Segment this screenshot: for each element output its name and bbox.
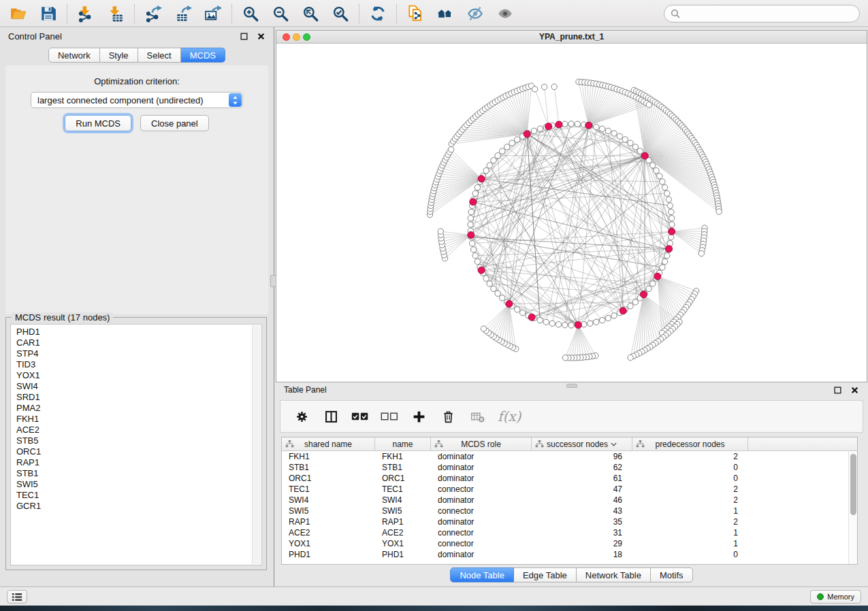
- network-node[interactable]: [628, 140, 633, 146]
- network-node[interactable]: [470, 247, 476, 252]
- network-node[interactable]: [509, 140, 515, 146]
- table-row[interactable]: PHD1PHD1dominator180: [282, 549, 857, 560]
- export-network-button[interactable]: [140, 3, 166, 24]
- network-node[interactable]: [660, 179, 665, 184]
- mcds-hub-node[interactable]: [666, 246, 673, 252]
- mcds-result-item[interactable]: PMA2: [11, 403, 261, 414]
- mcds-result-item[interactable]: SWI5: [11, 479, 261, 490]
- network-node[interactable]: [594, 124, 599, 129]
- network-node[interactable]: [632, 299, 638, 305]
- network-node[interactable]: [664, 253, 670, 259]
- clone-network-button[interactable]: [402, 3, 428, 24]
- search-input[interactable]: [680, 6, 859, 21]
- first-neighbors-button[interactable]: [432, 3, 458, 24]
- network-node[interactable]: [543, 319, 549, 325]
- network-node[interactable]: [666, 197, 671, 202]
- network-node[interactable]: [537, 126, 543, 131]
- export-image-button[interactable]: [200, 3, 226, 24]
- mcds-result-item[interactable]: YOX1: [11, 370, 261, 381]
- mcds-hub-node[interactable]: [478, 267, 485, 274]
- mcds-hub-node[interactable]: [585, 122, 592, 129]
- network-node[interactable]: [532, 86, 537, 92]
- network-node[interactable]: [514, 307, 519, 312]
- delete-column-button[interactable]: [439, 408, 457, 425]
- network-node[interactable]: [483, 276, 489, 281]
- mcds-hub-node[interactable]: [620, 308, 626, 314]
- mcds-hub-node[interactable]: [524, 131, 530, 137]
- network-node[interactable]: [656, 174, 662, 179]
- toggle-columns-button[interactable]: [322, 408, 340, 425]
- network-node[interactable]: [469, 241, 475, 246]
- tab-edge-table[interactable]: Edge Table: [514, 567, 577, 582]
- result-list-scrollbar[interactable]: [252, 325, 261, 564]
- import-network-button[interactable]: [73, 3, 99, 24]
- tab-node-table[interactable]: Node Table: [450, 567, 514, 582]
- tab-network-table[interactable]: Network Table: [577, 567, 651, 582]
- mcds-result-item[interactable]: SWI4: [11, 381, 261, 392]
- network-node[interactable]: [617, 133, 622, 139]
- network-node[interactable]: [556, 322, 561, 327]
- network-node[interactable]: [483, 167, 489, 173]
- mcds-hub-node[interactable]: [575, 322, 581, 329]
- close-table-panel-icon[interactable]: [850, 386, 859, 395]
- network-node[interactable]: [667, 203, 673, 208]
- task-history-button[interactable]: [7, 590, 27, 604]
- table-row[interactable]: FKH1FKH1dominator962: [282, 451, 857, 462]
- search-box[interactable]: [664, 5, 860, 22]
- network-node[interactable]: [662, 184, 667, 190]
- network-node[interactable]: [495, 152, 500, 158]
- table-row[interactable]: STB1STB1dominator620: [282, 462, 857, 473]
- table-row[interactable]: SWI5SWI5connector431: [282, 506, 857, 516]
- float-table-panel-icon[interactable]: [833, 386, 842, 395]
- network-node[interactable]: [600, 318, 605, 323]
- network-node[interactable]: [698, 250, 704, 256]
- network-node[interactable]: [622, 137, 628, 142]
- network-node[interactable]: [575, 121, 580, 127]
- mcds-hub-node[interactable]: [556, 121, 562, 128]
- network-node[interactable]: [605, 315, 611, 320]
- column-header-successor-nodes[interactable]: successor nodes: [532, 437, 632, 450]
- network-node[interactable]: [495, 291, 500, 296]
- mcds-hub-node[interactable]: [528, 314, 535, 320]
- network-node[interactable]: [468, 222, 473, 227]
- tab-select[interactable]: Select: [138, 48, 181, 63]
- memory-button[interactable]: Memory: [810, 590, 861, 604]
- zoom-out-button[interactable]: [268, 3, 293, 24]
- network-node[interactable]: [438, 229, 443, 234]
- mcds-result-item[interactable]: FKH1: [11, 414, 261, 425]
- network-node[interactable]: [628, 354, 633, 360]
- mcds-result-item[interactable]: TEC1: [11, 490, 261, 501]
- mcds-result-item[interactable]: CAR1: [11, 337, 261, 348]
- refresh-view-button[interactable]: [365, 3, 391, 24]
- mcds-hub-node[interactable]: [640, 291, 647, 298]
- minimize-window-icon[interactable]: [293, 33, 300, 41]
- mcds-result-item[interactable]: ACE2: [11, 425, 261, 435]
- table-scrollbar-thumb[interactable]: [850, 454, 856, 515]
- network-node[interactable]: [637, 148, 643, 154]
- network-node[interactable]: [499, 295, 504, 301]
- close-panel-button[interactable]: Close panel: [140, 115, 209, 131]
- network-node[interactable]: [481, 326, 486, 331]
- mcds-hub-node[interactable]: [470, 199, 477, 205]
- network-node[interactable]: [646, 286, 652, 291]
- network-node[interactable]: [654, 167, 659, 173]
- network-node[interactable]: [472, 253, 478, 259]
- network-node[interactable]: [475, 184, 480, 190]
- network-node[interactable]: [716, 209, 722, 214]
- network-node[interactable]: [669, 222, 675, 227]
- tab-style[interactable]: Style: [100, 48, 138, 63]
- table-row[interactable]: RAP1RAP1dominator352: [282, 516, 857, 527]
- network-node[interactable]: [491, 157, 496, 163]
- mcds-result-item[interactable]: SRD1: [11, 392, 261, 403]
- network-node[interactable]: [499, 148, 504, 154]
- select-all-button[interactable]: [351, 408, 369, 425]
- network-canvas[interactable]: [276, 44, 867, 382]
- tab-motifs[interactable]: Motifs: [651, 567, 693, 582]
- save-session-button[interactable]: [35, 3, 61, 24]
- column-header-predecessor-nodes[interactable]: predecessor nodes: [632, 437, 748, 450]
- float-panel-icon[interactable]: [240, 32, 248, 41]
- mcds-hub-node[interactable]: [506, 301, 513, 308]
- close-window-icon[interactable]: [283, 33, 290, 41]
- add-column-button[interactable]: [410, 408, 428, 425]
- network-node[interactable]: [664, 191, 670, 196]
